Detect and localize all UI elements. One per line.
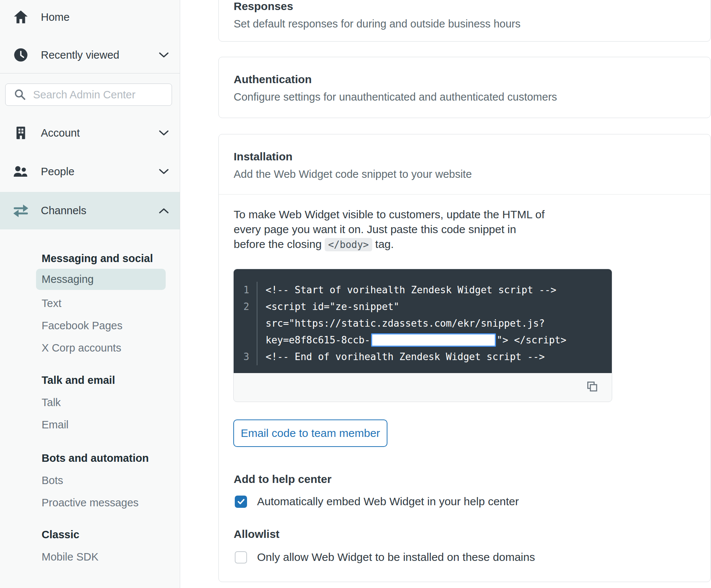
installation-instructions: To make Web Widget visible to customers,…: [234, 207, 545, 252]
allowlist-heading: Allowlist: [234, 528, 279, 540]
card-title: Installation: [234, 151, 695, 163]
checkmark-icon: [237, 497, 245, 506]
code-line: 1 <!-- Start of vorihealth Zendesk Widge…: [234, 282, 612, 298]
line-number: [234, 332, 257, 349]
instruction-line: every page you want it on. Just paste th…: [234, 223, 516, 235]
copy-icon: [585, 380, 599, 395]
installation-card: Installation Add the Web Widget code sni…: [218, 134, 711, 582]
code-line: key=e8f8c615-8ccb-"> </script>: [234, 332, 612, 349]
instruction-line: tag.: [375, 238, 394, 250]
card-title: Responses: [234, 0, 695, 12]
code-line: 3 <!-- End of vorihealth Zendesk Widget …: [234, 349, 612, 365]
sidebar-item-facebook-pages[interactable]: Facebook Pages: [42, 320, 123, 332]
people-icon: [13, 164, 29, 179]
code-line: 2 <script id="ze-snippet": [234, 298, 612, 315]
code-text: key=e8f8c615-8ccb-: [266, 334, 370, 346]
allowlist-checkbox[interactable]: [235, 551, 247, 564]
subnav-header-bots-and-automation: Bots and automation: [42, 452, 149, 464]
add-to-help-center-heading: Add to help center: [234, 473, 331, 486]
card-description: Configure settings for unauthenticated a…: [234, 91, 695, 103]
transfer-arrows-icon: [13, 203, 29, 219]
card-title: Authentication: [234, 74, 695, 85]
card-description: Add the Web Widget code snippet to your …: [234, 168, 695, 180]
installation-card-header: Installation Add the Web Widget code sni…: [219, 134, 710, 195]
code-line: src="https://static.zdassets.com/ekr/sni…: [234, 315, 612, 332]
clock-icon: [13, 47, 29, 63]
home-icon: [13, 9, 29, 25]
sidebar-item-proactive-messages[interactable]: Proactive messages: [42, 497, 139, 509]
subnav-header-messaging-and-social: Messaging and social: [42, 252, 153, 265]
checkbox-label: Only allow Web Widget to be installed on…: [257, 551, 535, 564]
subnav-header-talk-and-email: Talk and email: [42, 374, 115, 386]
sidebar-divider: [0, 73, 180, 74]
allowlist-checkbox-row[interactable]: Only allow Web Widget to be installed on…: [235, 551, 535, 564]
sidebar-item-label: Channels: [41, 205, 87, 217]
line-number: 1: [234, 282, 257, 298]
card-description: Set default responses for during and out…: [234, 17, 695, 30]
sidebar-item-messaging-selected[interactable]: Messaging: [36, 269, 166, 290]
authentication-card: Authentication Configure settings for un…: [218, 57, 711, 118]
search-icon: [14, 88, 26, 101]
sidebar-item-recently-viewed[interactable]: Recently viewed: [0, 40, 180, 70]
sidebar-item-text[interactable]: Text: [42, 297, 61, 310]
body-tag-inline-code: </body>: [325, 238, 372, 251]
embed-widget-checkbox[interactable]: [235, 496, 247, 508]
sidebar-item-channels[interactable]: Channels: [0, 192, 180, 229]
sidebar: Home Recently viewed: [0, 0, 180, 588]
embed-widget-checkbox-row[interactable]: Automatically embed Web Widget in your h…: [235, 495, 519, 508]
sidebar-item-home[interactable]: Home: [0, 4, 180, 30]
instruction-line: before the closing: [234, 238, 322, 250]
email-code-button[interactable]: Email code to team member: [233, 419, 387, 447]
sidebar-item-talk[interactable]: Talk: [42, 396, 61, 409]
line-number: 3: [234, 349, 257, 365]
sidebar-item-account[interactable]: Account: [0, 121, 180, 145]
sidebar-item-label: Messaging: [42, 273, 94, 285]
sidebar-item-x-corp-accounts[interactable]: X Corp accounts: [42, 342, 121, 354]
sidebar-item-people[interactable]: People: [0, 159, 180, 184]
search-box: [5, 84, 172, 106]
code-text: "> </script>: [497, 334, 566, 346]
sidebar-item-label: Home: [41, 11, 69, 23]
sidebar-item-mobile-sdk[interactable]: Mobile SDK: [42, 551, 98, 563]
sidebar-item-email[interactable]: Email: [42, 419, 69, 431]
subnav-header-classic: Classic: [42, 529, 79, 541]
code-block-footer: [234, 373, 612, 402]
sidebar-item-bots[interactable]: Bots: [42, 474, 63, 487]
search-input[interactable]: [32, 88, 159, 101]
code-snippet-block: 1 <!-- Start of vorihealth Zendesk Widge…: [233, 269, 612, 402]
code-editor: 1 <!-- Start of vorihealth Zendesk Widge…: [234, 269, 612, 373]
chevron-down-icon: [159, 52, 169, 58]
line-number: 2: [234, 298, 257, 315]
sidebar-item-label: People: [41, 166, 74, 178]
instruction-line: To make Web Widget visible to customers,…: [234, 208, 545, 220]
chevron-up-icon: [159, 208, 169, 214]
chevron-down-icon: [159, 169, 169, 174]
line-number: [234, 315, 257, 332]
sidebar-item-label: Recently viewed: [41, 49, 119, 61]
responses-card: Responses Set default responses for duri…: [218, 0, 711, 42]
building-icon: [13, 125, 29, 141]
copy-code-button[interactable]: [585, 380, 599, 395]
checkbox-label: Automatically embed Web Widget in your h…: [257, 495, 519, 508]
redacted-key-overlay: [371, 333, 496, 347]
sidebar-item-label: Account: [41, 127, 80, 139]
chevron-down-icon: [159, 130, 169, 136]
